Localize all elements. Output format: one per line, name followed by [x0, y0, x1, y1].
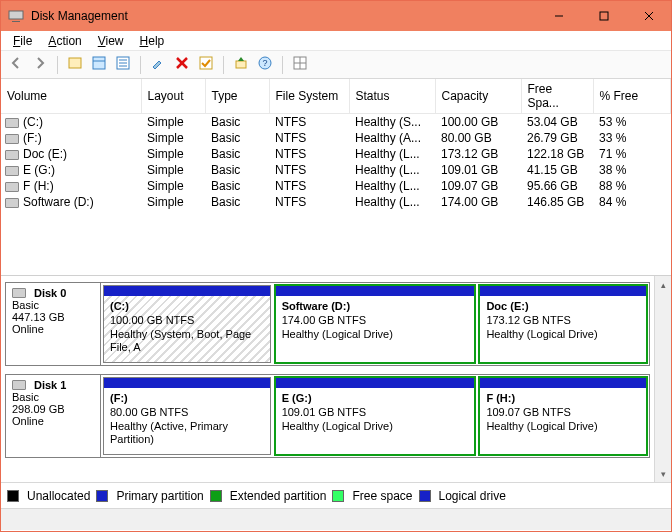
up-button[interactable] — [230, 54, 252, 76]
scroll-up-icon[interactable]: ▴ — [655, 276, 671, 293]
help-button[interactable]: ? — [254, 54, 276, 76]
svg-rect-1 — [12, 21, 20, 22]
partition-status: Healthy (Logical Drive) — [282, 420, 393, 432]
svg-rect-16 — [236, 61, 246, 68]
col-fs[interactable]: File System — [269, 79, 349, 114]
col-pct[interactable]: % Free — [593, 79, 671, 114]
partition[interactable]: (C:)100.00 GB NTFSHealthy (System, Boot,… — [103, 285, 271, 363]
cell-status: Healthy (L... — [349, 162, 435, 178]
volume-list-pane: Volume Layout Type File System Status Ca… — [1, 79, 671, 276]
table-row[interactable]: Doc (E:)SimpleBasicNTFSHealthy (L...173.… — [1, 146, 671, 162]
volume-table[interactable]: Volume Layout Type File System Status Ca… — [1, 79, 671, 210]
cell-pct: 53 % — [593, 114, 671, 131]
partition-status: Healthy (Logical Drive) — [486, 420, 597, 432]
toolbar-separator — [282, 56, 283, 74]
list-icon — [115, 55, 131, 74]
menu-view[interactable]: View — [90, 32, 132, 50]
cell-free: 53.04 GB — [521, 114, 593, 131]
app-icon — [8, 8, 24, 24]
disk-partitions: (F:)80.00 GB NTFSHealthy (Active, Primar… — [101, 375, 649, 457]
menu-action[interactable]: Action — [40, 32, 89, 50]
volume-icon — [5, 134, 19, 144]
table-row[interactable]: F (H:)SimpleBasicNTFSHealthy (L...109.07… — [1, 178, 671, 194]
legend-label: Extended partition — [230, 489, 327, 503]
title-bar: Disk Management — [1, 1, 671, 31]
cell-fs: NTFS — [269, 194, 349, 210]
cell-free: 122.18 GB — [521, 146, 593, 162]
properties-button[interactable] — [88, 54, 110, 76]
properties-icon — [91, 55, 107, 74]
volume-name: F (H:) — [23, 179, 54, 193]
delete-icon — [174, 55, 190, 74]
volume-name: E (G:) — [23, 163, 55, 177]
partition-title: (F:) — [110, 392, 128, 404]
legend-swatch-free — [332, 490, 344, 502]
maximize-button[interactable] — [581, 1, 626, 31]
back-button[interactable] — [5, 54, 27, 76]
partition[interactable]: Software (D:)174.00 GB NTFSHealthy (Logi… — [275, 285, 476, 363]
partition-size: 173.12 GB NTFS — [486, 314, 570, 326]
cell-status: Healthy (L... — [349, 194, 435, 210]
table-row[interactable]: E (G:)SimpleBasicNTFSHealthy (L...109.01… — [1, 162, 671, 178]
volume-icon — [5, 118, 19, 128]
cell-status: Healthy (L... — [349, 146, 435, 162]
table-row[interactable]: (F:)SimpleBasicNTFSHealthy (A...80.00 GB… — [1, 130, 671, 146]
partition-title: E (G:) — [282, 392, 312, 404]
cell-type: Basic — [205, 114, 269, 131]
cell-free: 26.79 GB — [521, 130, 593, 146]
disk-header[interactable]: Disk 1Basic298.09 GBOnline — [6, 375, 101, 457]
cell-capacity: 173.12 GB — [435, 146, 521, 162]
grid-button[interactable] — [289, 54, 311, 76]
partition-stripe — [480, 286, 646, 296]
refresh-icon — [67, 55, 83, 74]
check-button[interactable] — [195, 54, 217, 76]
cell-free: 41.15 GB — [521, 162, 593, 178]
list-view-button[interactable] — [112, 54, 134, 76]
col-capacity[interactable]: Capacity — [435, 79, 521, 114]
partition-size: 109.07 GB NTFS — [486, 406, 570, 418]
col-volume[interactable]: Volume — [1, 79, 141, 114]
partition[interactable]: Doc (E:)173.12 GB NTFSHealthy (Logical D… — [479, 285, 647, 363]
refresh-button[interactable] — [64, 54, 86, 76]
menu-file[interactable]: File — [5, 32, 40, 50]
partition-size: 100.00 GB NTFS — [110, 314, 194, 326]
table-row[interactable]: (C:)SimpleBasicNTFSHealthy (S...100.00 G… — [1, 114, 671, 131]
tool-button[interactable] — [147, 54, 169, 76]
col-free[interactable]: Free Spa... — [521, 79, 593, 114]
minimize-button[interactable] — [536, 1, 581, 31]
forward-button[interactable] — [29, 54, 51, 76]
legend-swatch-extended — [210, 490, 222, 502]
check-icon — [198, 55, 214, 74]
toolbar-separator — [57, 56, 58, 74]
col-status[interactable]: Status — [349, 79, 435, 114]
col-type[interactable]: Type — [205, 79, 269, 114]
scroll-track[interactable] — [655, 293, 671, 465]
partition[interactable]: (F:)80.00 GB NTFSHealthy (Active, Primar… — [103, 377, 271, 455]
close-button[interactable] — [626, 1, 671, 31]
delete-button[interactable] — [171, 54, 193, 76]
vertical-scrollbar[interactable]: ▴ ▾ — [654, 276, 671, 482]
disk-header[interactable]: Disk 0Basic447.13 GBOnline — [6, 283, 101, 365]
toolbar-separator — [223, 56, 224, 74]
legend-label: Unallocated — [27, 489, 90, 503]
col-layout[interactable]: Layout — [141, 79, 205, 114]
cell-capacity: 109.07 GB — [435, 178, 521, 194]
partition[interactable]: F (H:)109.07 GB NTFSHealthy (Logical Dri… — [479, 377, 647, 455]
disk-layout-pane: Disk 0Basic447.13 GBOnline(C:)100.00 GB … — [1, 276, 671, 482]
volume-name: (F:) — [23, 131, 42, 145]
partition[interactable]: E (G:)109.01 GB NTFSHealthy (Logical Dri… — [275, 377, 476, 455]
partition-status: Healthy (Logical Drive) — [282, 328, 393, 340]
menu-help[interactable]: Help — [132, 32, 173, 50]
volume-icon — [5, 182, 19, 192]
toolbar: ? — [1, 51, 671, 79]
cell-fs: NTFS — [269, 178, 349, 194]
disk-state: Online — [12, 323, 94, 335]
cell-free: 146.85 GB — [521, 194, 593, 210]
disk-state: Online — [12, 415, 94, 427]
svg-rect-0 — [9, 11, 23, 19]
scroll-down-icon[interactable]: ▾ — [655, 465, 671, 482]
partition-size: 174.00 GB NTFS — [282, 314, 366, 326]
volume-icon — [5, 150, 19, 160]
table-header-row[interactable]: Volume Layout Type File System Status Ca… — [1, 79, 671, 114]
table-row[interactable]: Software (D:)SimpleBasicNTFSHealthy (L..… — [1, 194, 671, 210]
